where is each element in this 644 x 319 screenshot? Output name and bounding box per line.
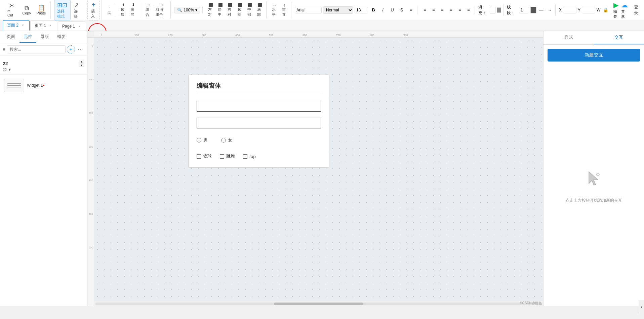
copy-button[interactable]: ⧉ Copy [20,4,33,16]
distribute-h-button[interactable]: ↔ 水平 [270,2,279,18]
y-input[interactable] [582,7,595,13]
canvas-area[interactable]: 0 100 200 300 400 500 600 700 800 900 0 … [87,31,543,306]
x-input[interactable] [563,7,576,13]
radio-group: 男 女 [197,134,321,146]
align-middle-button[interactable]: ⬛ 中部 [245,1,254,18]
expand-button[interactable]: › [639,300,644,314]
zoom-dropdown-icon: ▾ [195,8,197,12]
canvas-content[interactable]: 编辑窗体 男 女 [94,38,543,301]
group-button[interactable]: ⊞ 组合 [144,1,153,18]
connect-icon: ↗ [74,1,79,9]
strikethrough-button[interactable]: S [398,6,406,14]
fill-color-box[interactable] [490,7,495,13]
bold-button[interactable]: B [369,6,377,14]
radio-male-label: 男 [203,137,208,143]
ruler-mark-500: 500 [269,34,273,37]
copy-label: Copy [23,11,31,15]
paste-button[interactable]: 📋 Paste [34,4,48,16]
list-button[interactable]: ≡ [407,6,415,14]
text-align-right-button[interactable]: ≡ [438,6,446,14]
mode-section: ⊞⊡ 选择模式 ↗ 连接 [52,0,84,21]
text-align-center-button[interactable]: ≡ [430,6,438,14]
align-center-button[interactable]: ⬛ 居中 [216,1,225,18]
add-component-button[interactable]: + [67,45,75,53]
line-style-btn[interactable]: — [538,6,545,14]
text-align-justify-button[interactable]: ≡ [447,6,455,14]
zoom-control[interactable]: 🔍 100% ▾ [174,7,200,13]
form-input-2[interactable] [197,118,321,128]
left-tab-component[interactable]: 元件 [19,31,36,43]
vruler-mark-0: 0 [92,44,93,47]
lock-button[interactable]: 🔒 [602,6,610,14]
right-tab-style[interactable]: 样式 [544,31,594,44]
left-tab-master[interactable]: 母版 [36,31,53,43]
ungroup-button[interactable]: ⊡ 取消组合 [154,1,168,18]
list-item[interactable]: Widget 1 [3,77,84,93]
radio-female[interactable]: 女 [221,137,232,143]
text-align-left-button[interactable]: ≡ [421,6,429,14]
align-right-icon: ⬛ [228,3,233,7]
line-label: 线段： [507,4,518,16]
distribute-h-label: 水平 [272,7,277,17]
checkbox-rap-box [243,154,247,159]
tab-page2-close[interactable]: × [21,23,25,28]
left-panel-tabs: 页面 元件 母版 概要 [0,31,87,43]
vruler-mark-600: 600 [89,246,93,249]
checkbox-dance[interactable]: 跳舞 [220,153,235,159]
align-bottom-button[interactable]: ⬛ 底部 [255,1,264,18]
right-tab-interaction[interactable]: 交互 [594,31,644,44]
scrollbar-thumb[interactable] [274,303,363,305]
login-button[interactable]: 登录 [631,2,641,18]
widget-number-sub: 22 ▼ [3,68,84,72]
cut-button[interactable]: ✂ ✂ Cut [5,1,19,18]
scrollbar-track[interactable] [95,303,542,305]
dot-button[interactable]: · 点 [105,3,113,16]
text-indent-button[interactable]: ≡ [456,6,464,14]
font-size-input[interactable] [355,7,368,13]
connect-button[interactable]: ↗ 连接 [71,0,82,20]
checkbox-dance-box [220,154,224,159]
line-color-box[interactable] [530,7,536,13]
line-end-btn[interactable]: → [546,6,553,14]
checkbox-basketball[interactable]: 篮球 [197,153,212,159]
count-stepper[interactable]: ▲ ▼ [79,60,84,67]
publish-button[interactable]: ▶ 输签 [613,1,618,19]
tab-page2[interactable]: 页面 2 × [3,20,30,31]
line-width-input[interactable] [519,7,529,13]
tab-page-1-en-close[interactable]: × [77,24,82,29]
share-button[interactable]: ☁ 共享 [621,1,628,19]
tab-page-1-en[interactable]: Page 1 × [58,22,86,31]
align-top-button[interactable]: ⬛ 顶部 [236,1,245,18]
align-right-button[interactable]: ⬛ 右对 [226,1,235,18]
top-layer-button[interactable]: ⬆ 顶层 [119,1,128,18]
text-outdent-button[interactable]: ≡ [465,6,473,14]
radio-male[interactable]: 男 [197,137,208,143]
select-mode-button[interactable]: ⊞⊡ 选择模式 [54,0,71,21]
fill-color-box2[interactable] [497,7,501,13]
tab-page1[interactable]: 页面 1 × [30,21,57,31]
align-left-button[interactable]: ⬛ 左对 [206,1,215,18]
tab-page1-label: 页面 1 [35,23,46,29]
edit-form-widget[interactable]: 编辑窗体 男 女 [188,75,329,168]
underline-button[interactable]: U [388,6,396,14]
left-tab-outline[interactable]: 概要 [53,31,70,43]
distribute-v-button[interactable]: ↕ 重直 [280,2,289,18]
ungroup-label: 取消组合 [156,7,166,17]
font-style-select[interactable]: Normal Bold Italic [323,6,353,14]
insert-button[interactable]: + 插入 [87,0,99,21]
search-input[interactable] [7,45,66,53]
stepper-down[interactable]: ▼ [79,64,84,67]
left-tab-page[interactable]: 页面 [3,31,19,43]
form-input-1[interactable] [197,101,321,112]
stepper-up[interactable]: ▲ [79,60,84,63]
font-name-input[interactable] [295,7,322,13]
bottom-layer-button[interactable]: ⬇ 底层 [128,1,137,18]
distribute-v-label: 重直 [282,7,287,17]
more-options-button[interactable]: ⋯ [76,45,84,53]
italic-button[interactable]: I [379,6,387,14]
interaction-placeholder: 点击上方按钮开始添加新的交互 [544,66,644,306]
checkbox-rap[interactable]: rap [243,153,256,159]
bottom-scrollbar[interactable] [94,301,543,306]
tab-page1-close[interactable]: × [48,24,53,28]
new-interaction-button[interactable]: 新建交互 [548,49,640,62]
